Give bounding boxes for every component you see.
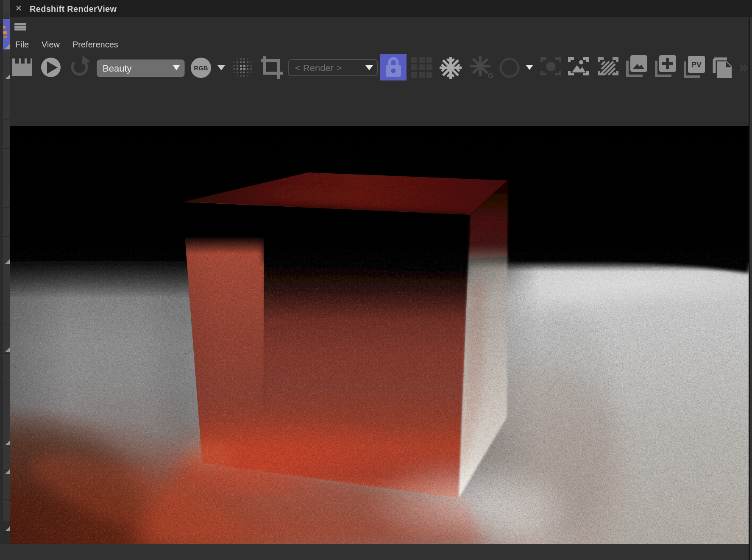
svg-text:G: G [488, 72, 493, 80]
svg-text:Beauty: Beauty [103, 63, 132, 74]
svg-text:PV: PV [691, 61, 702, 69]
svg-text:< Render >: < Render > [295, 63, 342, 73]
svg-text:RGB: RGB [194, 64, 208, 72]
